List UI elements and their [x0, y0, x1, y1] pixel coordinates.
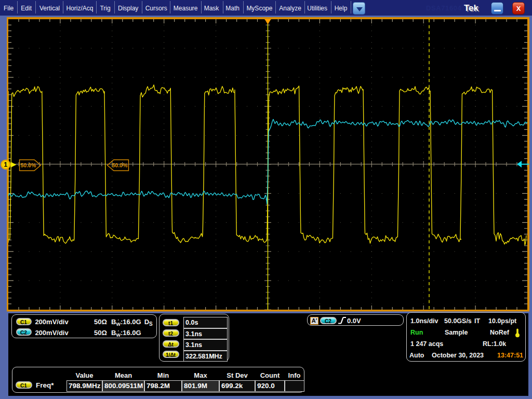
- svg-text:50.0%: 50.0%: [112, 162, 128, 168]
- svg-text:50.0%: 50.0%: [21, 162, 36, 168]
- svg-text:1: 1: [4, 161, 7, 168]
